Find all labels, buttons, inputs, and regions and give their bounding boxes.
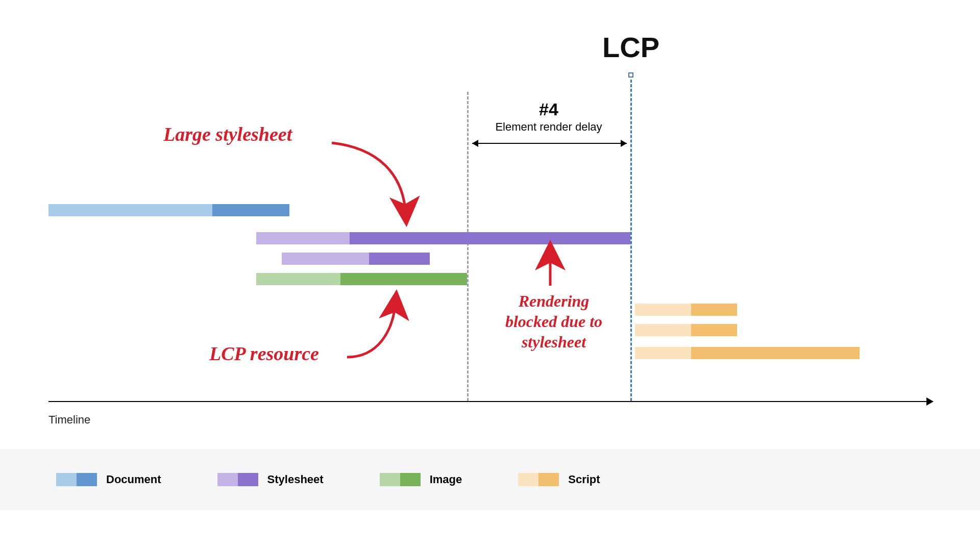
legend-label: Image [430,473,462,486]
legend-label: Script [568,473,600,486]
legend-label: Stylesheet [267,473,324,486]
swatch-script-icon [518,473,559,486]
annotation-blocked: Rendering blocked due to stylesheet [482,291,625,352]
timeline-axis-label: Timeline [48,413,90,427]
bar-stylesheet-2 [282,253,430,265]
lcp-heading: LCP [602,31,659,64]
bar-script-3 [635,347,860,359]
bar-image-lcp [256,273,467,285]
bar-script-2 [635,324,737,336]
lcp-pin-icon [628,72,633,78]
diagram-canvas: LCP #4 Element render delay Large style [0,0,980,551]
segment-label: Element render delay [467,120,630,134]
render-delay-start-line [467,92,469,401]
bar-stylesheet-large [256,232,630,244]
legend-label: Document [106,473,161,486]
annotation-large-stylesheet: Large stylesheet [163,122,292,147]
legend-item-script: Script [518,473,600,486]
swatch-stylesheet-icon [217,473,258,486]
segment-range-arrow-icon [472,143,627,144]
legend-item-image: Image [380,473,462,486]
segment-number: #4 [467,99,630,119]
legend-item-stylesheet: Stylesheet [217,473,324,486]
bar-script-1 [635,304,737,316]
lcp-marker-line [630,80,632,401]
legend: Document Stylesheet Image Script [0,449,980,510]
bar-document [48,204,289,216]
swatch-document-icon [56,473,97,486]
legend-item-document: Document [56,473,161,486]
annotation-lcp-resource: LCP resource [209,342,319,366]
timeline-axis [48,401,926,402]
swatch-image-icon [380,473,421,486]
